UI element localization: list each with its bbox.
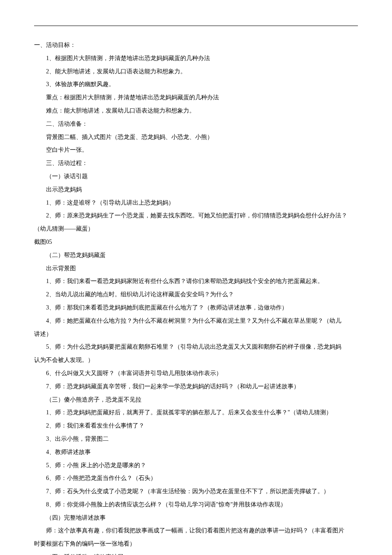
text-line: 1、师：这是谁呀？（引导幼儿讲出上恐龙妈妈） (34, 197, 358, 210)
text-line: 截图05 (34, 236, 358, 249)
horizontal-divider (34, 26, 358, 26)
text-line: 7、师：恐龙妈妈藏蛋真辛苦呀，我们一起来学一学恐龙妈妈的话好吗？（和幼儿一起讲述… (34, 380, 358, 393)
text-line: 二、活动准备： (34, 118, 358, 131)
text-line: 背景图二幅、插入式图片（恐龙蛋、恐龙妈妈、小恐龙、小熊） (34, 131, 358, 144)
text-line: （三）傻小熊造房子，恐龙蛋不见拉 (34, 393, 358, 407)
text-line: 重点：根据图片大胆猜测，并清楚地讲出恐龙妈妈藏蛋的几种办法 (34, 91, 358, 104)
text-line: 一、活动目标： (34, 39, 358, 52)
text-line: 认为不会被人发现。） (34, 354, 358, 367)
text-line: 出示恐龙妈妈 (34, 183, 358, 197)
text-line: （二）帮恐龙妈妈藏蛋 (34, 249, 358, 262)
text-line: （四）完整地讲述故事 (34, 512, 358, 525)
text-line: 8、师：你觉得小熊脸上的表情应该怎么样？（引导幼儿学习词语"惊奇"并用肢体动作表… (34, 498, 358, 512)
text-line: 6、什么叫做又大又圆呀？（丰富词语并引导幼儿用肢体动作表示） (34, 367, 358, 380)
text-line: 讲述） (34, 328, 358, 341)
text-line: 5、师：小熊 床上的小恐龙是哪来的？ (34, 459, 358, 472)
text-line: 7、师：石头为什么变成了小恐龙呢？（丰富生活经验：因为小恐龙在蛋里住不下了，所以… (34, 485, 358, 498)
text-line: （幼儿猜测——藏蛋） (34, 223, 358, 236)
text-line: 2、当幼儿说出藏的地点时。组织幼儿讨论这样藏蛋会安全吗？为什么？ (34, 288, 358, 301)
text-line: 1、根据图片大胆猜测，并清楚地讲出恐龙妈妈藏蛋的几种办法 (34, 52, 358, 65)
document-body: 一、活动目标：1、根据图片大胆猜测，并清楚地讲出恐龙妈妈藏蛋的几种办法2、能大胆… (34, 39, 358, 555)
text-line: 1、师：恐龙妈妈把蛋藏好后，就离开了。蛋就孤零零的躺在那儿了。后来又会发生什么事… (34, 406, 358, 419)
text-line: 难点：能大胆地讲述，发展幼儿口语表达能力和想象力。 (34, 104, 358, 118)
text-line: 4、师：她把蛋藏在什么地方拉？为什么不藏在树洞里？为什么不藏在泥土里？又为什么不… (34, 315, 358, 328)
text-line: 4、教师讲述故事 (34, 446, 358, 459)
text-line: （一）谈话引题 (34, 170, 358, 183)
text-line: 1、师：我们来看一看恐龙妈妈家附近有些什么东西？请你们来帮助恐龙妈妈找个安全的地… (34, 275, 358, 288)
text-line: 2、师：原来恐龙妈妈生了一个恐龙蛋，她要去找东西吃。可她又怕把蛋打碎，你们猜猜恐… (34, 209, 358, 223)
text-line: 出示背景图 (34, 262, 358, 275)
text-line: （五）延伸活动：编故事结尾 (34, 551, 358, 555)
text-line: 5、师：为什么恐龙妈妈要把蛋藏在鹅卵石堆里？（引导幼儿说出恐龙蛋又大又圆和鹅卵石… (34, 341, 358, 354)
text-line: 3、师：那我们来看看恐龙妈妈她到底把蛋藏在什么地方了？（教师边讲述故事，边做动作… (34, 301, 358, 315)
text-line: 2、师：我们来看看发生什么事情了？ (34, 419, 358, 433)
text-line: 6、师：小熊把恐龙蛋当作什么？（石头） (34, 472, 358, 485)
text-line: 2、能大胆地讲述，发展幼儿口语表达能力和想象力。 (34, 65, 358, 78)
text-line: 时要根据右下角的编码一张一张地看） (34, 538, 358, 551)
text-line: 3、出示小熊，背景图二 (34, 433, 358, 446)
text-line: 空白卡片一张。 (34, 144, 358, 157)
text-line: 师：这个故事真有趣，你们看我把故事画成了一幅画，让我们看着图片把这有趣的故事讲一… (34, 524, 358, 538)
text-line: 三、活动过程： (34, 157, 358, 170)
text-line: 3、体验故事的幽默风趣。 (34, 78, 358, 91)
